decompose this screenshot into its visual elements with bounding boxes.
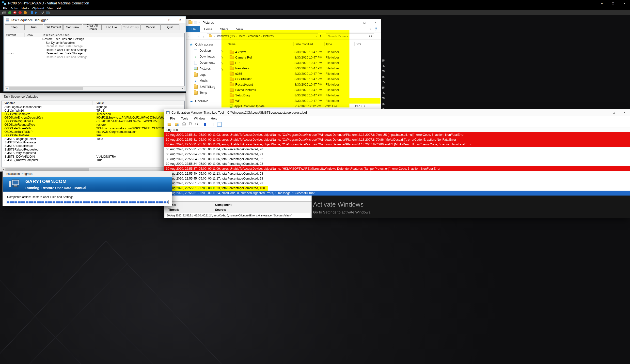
variable-row[interactable]: OSDStateTalkToSMPhttp://CM.Corp.viamonst… bbox=[2, 130, 184, 134]
revert-checkpoint-icon[interactable]: ↺ bbox=[41, 11, 44, 14]
variable-row[interactable]: SMSTSLanguageFolder1033 bbox=[2, 137, 184, 141]
column-header-size[interactable]: Size bbox=[354, 42, 375, 46]
shut-down-icon[interactable] bbox=[18, 11, 22, 14]
variable-row[interactable]: OSDStateStorePath\\CM.corp.viamonstra.co… bbox=[2, 126, 184, 130]
find-icon[interactable] bbox=[196, 122, 200, 127]
vm-menu-clipboard[interactable]: Clipboard bbox=[30, 7, 46, 10]
up-icon[interactable]: ↑ bbox=[200, 34, 206, 38]
set-current-button[interactable]: Set Current bbox=[44, 24, 63, 30]
breadcrumb-overflow-icon[interactable]: « bbox=[214, 34, 215, 38]
sidebar-item-desktop[interactable]: Desktop bbox=[186, 48, 226, 54]
debugger-close-button[interactable]: × bbox=[175, 16, 186, 23]
variable-row[interactable]: SMSTSRetryRequested bbox=[2, 151, 184, 155]
column-header-current[interactable]: Current bbox=[5, 33, 24, 37]
quick-access-toolbar-chevron-icon[interactable]: ∨ bbox=[198, 21, 200, 24]
sidebar-item-pictures[interactable]: Pictures bbox=[186, 66, 226, 72]
explorer-close-button[interactable]: × bbox=[370, 19, 381, 26]
sidebar-item-onedrive[interactable]: ☁OneDrive bbox=[186, 98, 226, 104]
variable-row[interactable]: SMSTSRebootReason bbox=[2, 144, 184, 148]
vm-minimize-button[interactable]: – bbox=[596, 0, 607, 6]
variable-row[interactable]: CollVar_Win10TRUE bbox=[2, 109, 184, 112]
print-icon[interactable] bbox=[181, 122, 186, 127]
column-header-break[interactable]: Break bbox=[24, 33, 41, 37]
open-log-icon[interactable] bbox=[167, 122, 172, 127]
cmtrace-close-button[interactable]: × bbox=[619, 109, 630, 116]
log-row[interactable]: 30 Aug 2020, 22:55:40 -05:00, 00:11:13, … bbox=[164, 171, 630, 176]
vm-menu-view[interactable]: View bbox=[46, 7, 55, 10]
task-step-row[interactable]: ==>>Release User State Storage bbox=[5, 52, 184, 55]
debugger-maximize-button[interactable]: □ bbox=[164, 16, 175, 23]
debugger-minimize-button[interactable]: – bbox=[153, 16, 164, 23]
enhanced-session-icon[interactable] bbox=[46, 11, 50, 14]
search-icon[interactable] bbox=[369, 35, 372, 38]
task-step-row[interactable]: Restore User Files and Settings bbox=[5, 37, 184, 41]
scroll-left-icon[interactable]: ◄ bbox=[5, 87, 9, 90]
log-row[interactable]: 30 Aug 2020, 22:55:31 -05:00, 00:11:03, … bbox=[164, 137, 630, 142]
cmtrace-maximize-button[interactable]: □ bbox=[608, 109, 619, 116]
explorer-maximize-button[interactable]: □ bbox=[359, 19, 370, 26]
variable-row[interactable]: SMSTS_KnownComputerTrue bbox=[2, 158, 184, 162]
ctrl-alt-del-icon[interactable] bbox=[2, 11, 6, 14]
open-remote-icon[interactable] bbox=[174, 122, 179, 127]
task-step-row[interactable]: Request User State Storage bbox=[5, 44, 184, 48]
ribbon-collapse-icon[interactable]: ∨ bbox=[370, 28, 371, 30]
task-step-row[interactable]: Set Dynamic Variables bbox=[5, 41, 184, 45]
forward-icon[interactable]: → bbox=[192, 34, 197, 38]
cmtrace-menu-help[interactable]: Help bbox=[211, 117, 217, 120]
cmtrace-menu-tools[interactable]: Tools bbox=[181, 117, 188, 120]
recent-locations-chevron-icon[interactable]: ∨ bbox=[197, 35, 200, 37]
log-row[interactable]: 30 Aug 2020, 22:55:51 -05:00, 00:11:24, … bbox=[164, 191, 630, 196]
cancel-button[interactable]: Cancel bbox=[141, 24, 160, 30]
sidebar-item-downloads[interactable]: ↓Downloads bbox=[186, 54, 226, 60]
run-button[interactable]: Run bbox=[24, 24, 43, 30]
variable-row[interactable]: OSDStateCompletesucceeded bbox=[2, 112, 184, 116]
help-icon[interactable]: ? bbox=[375, 27, 377, 31]
log-row[interactable]: 30 Aug 2020, 22:55:31 -05:00, 00:11:03, … bbox=[164, 132, 630, 137]
log-row[interactable]: 30 Aug 2020, 22:55:37 -05:00, 00:11:09, … bbox=[164, 166, 630, 171]
pause-vm-icon[interactable] bbox=[31, 11, 33, 14]
log-text-column-header[interactable]: Log Text bbox=[164, 127, 630, 132]
start-vm-icon[interactable] bbox=[8, 11, 11, 14]
cmtrace-minimize-button[interactable]: – bbox=[598, 109, 608, 116]
log-row[interactable]: 30 Aug 2020, 22:55:31 -05:00, 00:11:04, … bbox=[164, 147, 630, 152]
vm-menu-media[interactable]: Media bbox=[20, 7, 30, 10]
cmtrace-menu-file[interactable]: File bbox=[170, 117, 175, 120]
vm-menu-help[interactable]: Help bbox=[55, 7, 64, 10]
quit-button[interactable]: Quit bbox=[160, 24, 180, 30]
step-button[interactable]: Step bbox=[5, 24, 24, 30]
vm-menu-action[interactable]: Action bbox=[9, 7, 20, 10]
log-row[interactable]: 30 Aug 2020, 22:55:34 -05:00, 00:11:06, … bbox=[164, 157, 630, 162]
ribbon-tab-home[interactable]: Home bbox=[200, 26, 216, 32]
log-row[interactable]: 30 Aug 2020, 22:55:51 -05:00, 00:11:23, … bbox=[164, 181, 630, 186]
sidebar-item-documents[interactable]: Documents bbox=[186, 60, 226, 66]
sidebar-item-music[interactable]: ♪Music bbox=[186, 78, 226, 84]
sidebar-item-quick-access[interactable]: ★Quick access bbox=[186, 41, 226, 48]
log-row[interactable]: 30 Aug 2020, 22:55:34 -05:00, 00:11:09, … bbox=[164, 162, 630, 166]
variable-row[interactable]: AutoLogonCollectionAccountsignage bbox=[2, 105, 184, 109]
log-file-button[interactable]: Log File bbox=[102, 24, 121, 30]
scrollbar-thumb[interactable] bbox=[9, 87, 83, 90]
copy-icon[interactable] bbox=[188, 122, 193, 127]
variable-row[interactable]: OSDStateMigrationID{DB7002B7-4AD4-40D2-B… bbox=[2, 119, 184, 123]
ribbon-tab-file[interactable]: File bbox=[186, 26, 200, 32]
quick-access-toolbar-icon[interactable] bbox=[194, 21, 197, 24]
task-step-row[interactable]: Restore User Files and Settings bbox=[5, 48, 184, 52]
variable-row[interactable]: SMSTS_DOMAINJOINVIAMONSTRA bbox=[2, 155, 184, 158]
sidebar-item-temp[interactable]: Temp bbox=[186, 90, 226, 96]
variable-row[interactable]: OSDStateUseNAAtrue bbox=[2, 134, 184, 137]
debugger-horizontal-scrollbar[interactable]: ◄ ► bbox=[5, 86, 184, 90]
log-row[interactable]: 30 Aug 2020, 22:55:34 -05:00, 00:11:06, … bbox=[164, 152, 630, 157]
clear-all-breaks-button[interactable]: Clear All Breaks bbox=[83, 24, 102, 30]
cmtrace-menu-window[interactable]: Window bbox=[194, 117, 205, 120]
reset-vm-icon[interactable] bbox=[35, 11, 37, 14]
vm-maximize-button[interactable]: □ bbox=[607, 0, 619, 6]
scroll-right-icon[interactable]: ► bbox=[180, 87, 184, 90]
log-row[interactable]: 30 Aug 2020, 22:55:51 -05:00, 00:11:23, … bbox=[164, 186, 630, 191]
set-break-button[interactable]: Set Break bbox=[63, 24, 82, 30]
log-row[interactable]: 30 Aug 2020, 22:55:31 -05:00, 00:11:03, … bbox=[164, 142, 630, 147]
save-state-icon[interactable] bbox=[24, 11, 27, 14]
error-lookup-icon[interactable] bbox=[210, 122, 214, 127]
variable-row[interactable]: SMSTSRebootRequested bbox=[2, 148, 184, 151]
column-header-variable[interactable]: Variable bbox=[2, 101, 92, 105]
pause-icon[interactable] bbox=[202, 122, 208, 127]
